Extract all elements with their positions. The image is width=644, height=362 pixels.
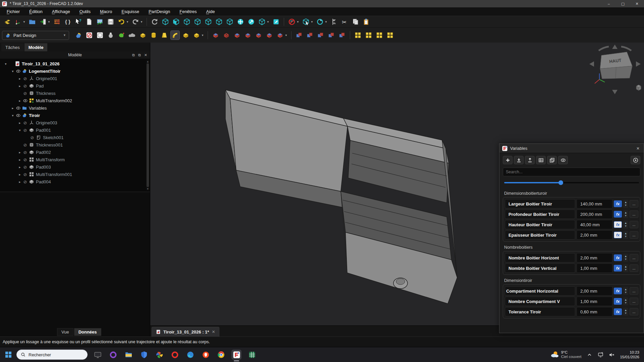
- render-settings-icon[interactable]: [53, 17, 61, 26]
- expander-closed-icon[interactable]: ▸: [17, 158, 22, 162]
- variables-slider[interactable]: [504, 180, 639, 186]
- start-button[interactable]: [3, 350, 13, 360]
- export-dropdown-icon[interactable]: ▼: [48, 20, 51, 23]
- document-tab-close-icon[interactable]: ✕: [212, 329, 215, 334]
- spinner-control[interactable]: ▲▼: [623, 221, 628, 229]
- expander-open-icon[interactable]: ▾: [10, 114, 15, 117]
- tree-item-pad004[interactable]: ▸⊘Pad004: [0, 178, 150, 185]
- visibility-button[interactable]: [558, 156, 568, 164]
- box-selection-icon[interactable]: [302, 17, 310, 26]
- duplicate-button[interactable]: [547, 156, 557, 164]
- view-front-icon[interactable]: [172, 17, 180, 26]
- expander-open-icon[interactable]: ▾: [10, 69, 15, 73]
- expander-closed-icon[interactable]: ▸: [17, 180, 22, 184]
- scroll-up-icon[interactable]: ▲: [146, 60, 149, 63]
- tree-item-tiroir[interactable]: ▾Tiroir: [0, 112, 150, 119]
- variable-value-field[interactable]: 1,00 mm: [577, 263, 612, 273]
- view-bottom-icon[interactable]: [215, 17, 223, 26]
- document-tab[interactable]: Tiroir_13_01_2026 : 1* ✕: [152, 327, 219, 337]
- pocket-icon[interactable]: [211, 31, 220, 40]
- more-options-button[interactable]: ...: [630, 298, 638, 305]
- minimize-button[interactable]: –: [602, 0, 616, 7]
- menu-partdesign[interactable]: PartDesign: [144, 7, 175, 16]
- close-panel-icon[interactable]: ✕: [144, 53, 147, 57]
- additive-loft-icon[interactable]: [160, 31, 169, 40]
- tree-item-tiroir_13_01_2026[interactable]: ▾Tiroir_13_01_2026: [0, 60, 150, 67]
- clipping-plane-dropdown-icon[interactable]: ▼: [297, 20, 300, 23]
- green-grid-app-icon[interactable]: [247, 350, 257, 360]
- variable-name[interactable]: Nombre Compartiment V: [505, 297, 575, 306]
- pattern-c-icon[interactable]: [375, 31, 384, 40]
- visibility-off-icon[interactable]: ⊘: [22, 172, 28, 177]
- more-options-button[interactable]: ...: [630, 231, 638, 239]
- tree-item-thickness[interactable]: ⊘Thickness: [0, 89, 150, 97]
- export-icon[interactable]: [39, 17, 47, 26]
- navigation-cube[interactable]: HAUT: [587, 45, 643, 95]
- expander-closed-icon[interactable]: ▸: [17, 173, 22, 176]
- spinner-control[interactable]: ▲▼: [623, 231, 628, 239]
- weather-widget[interactable]: 9°C Ciel couvert: [550, 350, 582, 359]
- tree-item-multitransform[interactable]: ▸⊘MultiTransform: [0, 156, 150, 163]
- expander-closed-icon[interactable]: ▸: [17, 121, 22, 125]
- pattern-d-icon[interactable]: [386, 31, 394, 40]
- shape-binder-icon[interactable]: [128, 31, 137, 40]
- mirrored-icon[interactable]: [306, 31, 314, 40]
- edge-browser-icon[interactable]: [185, 350, 195, 360]
- variable-name[interactable]: Nombre Boitier Horizont: [505, 253, 575, 262]
- edit-sketch-icon[interactable]: [96, 31, 104, 40]
- brave-browser-icon[interactable]: [201, 350, 211, 360]
- tree-item-pad[interactable]: ▸⊘Pad: [0, 82, 150, 89]
- spinner-control[interactable]: ▲▼: [623, 308, 628, 316]
- additive-helix-icon[interactable]: [181, 31, 190, 40]
- variable-name[interactable]: Hauteur Boitier Tiroir: [505, 220, 575, 229]
- expander-closed-icon[interactable]: ▸: [17, 150, 22, 154]
- more-options-button[interactable]: ...: [630, 200, 638, 207]
- menu-outils[interactable]: Outils: [75, 7, 95, 16]
- view-top-icon[interactable]: [182, 17, 191, 26]
- tab-vue[interactable]: Vue: [57, 328, 73, 336]
- view-axonometric-icon[interactable]: [161, 17, 170, 26]
- tab-modele[interactable]: Modèle: [24, 43, 48, 51]
- tree-item-sketch001[interactable]: ⊘Sketch001: [0, 134, 150, 141]
- subtractive-primitive-dropdown-icon[interactable]: ▼: [285, 34, 288, 37]
- open-folder-icon[interactable]: [28, 17, 37, 26]
- view-rear-icon[interactable]: [204, 17, 213, 26]
- play-button[interactable]: [631, 156, 640, 164]
- menu-macro[interactable]: Macro: [95, 7, 117, 16]
- visibility-off-icon[interactable]: ⊘: [22, 165, 28, 170]
- tray-chevron-up-icon[interactable]: [587, 352, 592, 358]
- visibility-on-icon[interactable]: [22, 99, 28, 102]
- additive-primitive-icon[interactable]: [192, 31, 201, 40]
- groove-icon[interactable]: [233, 31, 241, 40]
- more-options-button[interactable]: ...: [630, 221, 638, 228]
- paste-icon[interactable]: [362, 17, 371, 26]
- view-left-icon[interactable]: [225, 17, 234, 26]
- spinner-control[interactable]: ▲▼: [623, 200, 628, 208]
- more-options-button[interactable]: ...: [630, 308, 638, 315]
- fit-selection-icon[interactable]: [247, 17, 256, 26]
- pattern-b-icon[interactable]: [364, 31, 373, 40]
- visibility-off-icon[interactable]: ⊘: [22, 120, 28, 125]
- expander-closed-icon[interactable]: ▸: [17, 165, 22, 169]
- variable-value-field[interactable]: 200,00 mm: [577, 209, 612, 219]
- file-explorer-icon[interactable]: [123, 350, 133, 360]
- spinner-control[interactable]: ▲▼: [623, 297, 628, 305]
- tree-item-variables[interactable]: ▸Variables: [0, 104, 150, 112]
- fit-all-icon[interactable]: [236, 17, 245, 26]
- visibility-off-icon[interactable]: ⊘: [22, 76, 28, 81]
- menu-affichage[interactable]: Affichage: [47, 7, 75, 16]
- formula-fx-button[interactable]: fx: [614, 221, 622, 228]
- variables-search-input[interactable]: [503, 168, 640, 176]
- expander-closed-icon[interactable]: ▸: [17, 77, 22, 80]
- taskbar-search[interactable]: Rechercher: [16, 350, 88, 360]
- expander-open-icon[interactable]: ▾: [17, 128, 22, 132]
- variable-name[interactable]: Largeur Boitier Tiroir: [505, 199, 575, 208]
- more-options-button[interactable]: ...: [630, 287, 638, 295]
- float-panel-icon[interactable]: ⧉: [132, 53, 135, 57]
- more-options-button[interactable]: ...: [630, 254, 638, 261]
- variable-name[interactable]: Tolerance Tiroir: [505, 307, 575, 316]
- visibility-on-icon[interactable]: [15, 70, 21, 73]
- refresh-icon[interactable]: [150, 17, 159, 26]
- formula-fx-button[interactable]: fx: [614, 232, 622, 238]
- annotate-icon[interactable]: [272, 17, 280, 26]
